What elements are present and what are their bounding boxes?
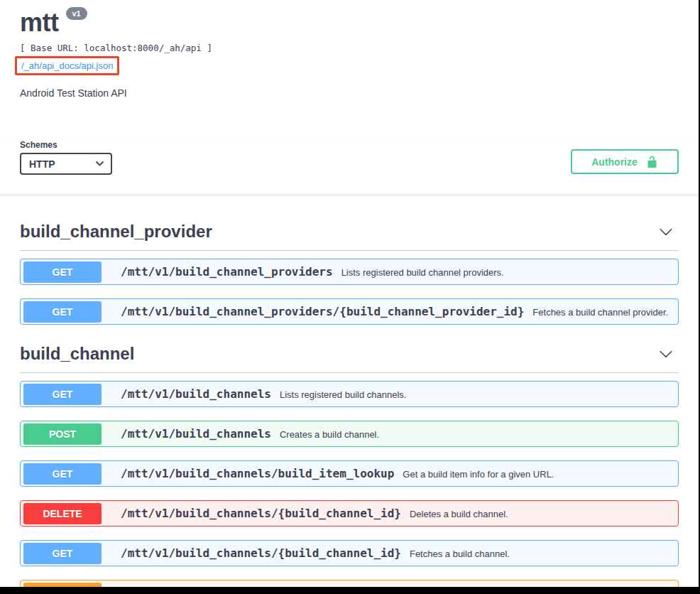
scheme-selected-value: HTTP <box>29 158 55 170</box>
http-method-badge: GET <box>23 543 102 564</box>
endpoint-summary: Fetches a build channel. <box>410 549 510 559</box>
endpoint-summary: Creates a build channel. <box>280 429 379 440</box>
endpoint-path: /mtt/v1/build_channels/{build_channel_id… <box>121 586 401 594</box>
section-title: build_channel_provider <box>20 222 212 242</box>
endpoint-row[interactable]: PUT /mtt/v1/build_channels/{build_channe… <box>20 580 679 594</box>
endpoint-path: /mtt/v1/build_channel_providers <box>121 265 333 279</box>
endpoint-summary: Lists registered build channels. <box>280 389 407 400</box>
section-title: build_channel <box>20 344 134 364</box>
endpoint-row[interactable]: GET /mtt/v1/build_channels/{build_channe… <box>20 540 679 566</box>
endpoint-path: /mtt/v1/build_channels/{build_channel_id… <box>121 546 401 560</box>
schemes-label: Schemes <box>20 140 112 150</box>
endpoint-row[interactable]: GET /mtt/v1/build_channel_providers/{bui… <box>20 298 679 325</box>
http-method-badge: DELETE <box>23 503 102 524</box>
endpoint-row[interactable]: GET /mtt/v1/build_channel_providers List… <box>20 259 679 285</box>
annotation-highlight-box: /_ah/api_docs/api.json <box>15 56 119 75</box>
endpoint-summary: Get a build item info for a given URL. <box>403 469 554 480</box>
endpoint-rows: GET /mtt/v1/build_channel_providers List… <box>20 259 679 325</box>
http-method-badge: GET <box>23 261 102 283</box>
endpoint-summary: Updates an existing build channel. <box>410 588 550 594</box>
endpoint-path: /mtt/v1/build_channels/{build_channel_id… <box>121 507 401 520</box>
endpoint-row[interactable]: GET /mtt/v1/build_channels/build_item_lo… <box>20 460 679 487</box>
schemes-group: Schemes HTTP <box>20 140 112 175</box>
http-method-badge: POST <box>23 423 102 445</box>
authorize-label: Authorize <box>591 156 638 168</box>
endpoint-row[interactable]: POST /mtt/v1/build_channels Creates a bu… <box>20 421 679 447</box>
authorize-button[interactable]: Authorize <box>571 149 679 174</box>
chevron-down-icon <box>96 161 104 166</box>
chevron-down-icon[interactable] <box>659 225 679 239</box>
endpoint-summary: Deletes a build channel. <box>410 509 508 519</box>
endpoint-summary: Fetches a build channel provider. <box>532 307 668 318</box>
unlock-icon <box>646 156 658 168</box>
api-title-row: mtt v1 <box>20 10 679 36</box>
api-section: build_channel_provider GET /mtt/v1/build… <box>20 216 679 325</box>
api-title: mtt <box>20 10 59 36</box>
section-toggle-build_channel[interactable]: build_channel <box>20 338 679 373</box>
api-section: build_channel GET /mtt/v1/build_channels… <box>20 338 679 594</box>
http-method-badge: GET <box>23 301 102 323</box>
endpoint-rows: GET /mtt/v1/build_channels Lists registe… <box>20 381 679 594</box>
endpoint-path: /mtt/v1/build_channels/build_item_lookup <box>121 467 394 480</box>
endpoint-path: /mtt/v1/build_channels <box>121 427 271 441</box>
endpoint-path: /mtt/v1/build_channel_providers/{build_c… <box>121 305 524 318</box>
swagger-ui-page: mtt v1 [ Base URL: localhost:8000/_ah/ap… <box>0 0 700 594</box>
operations-container: build_channel_provider GET /mtt/v1/build… <box>0 195 699 594</box>
spec-json-link[interactable]: /_ah/api_docs/api.json <box>21 60 113 71</box>
api-description: Android Test Station API <box>20 87 679 99</box>
scheme-container: Schemes HTTP Authorize <box>0 140 699 195</box>
chevron-down-icon[interactable] <box>659 347 679 361</box>
api-info-block: mtt v1 [ Base URL: localhost:8000/_ah/ap… <box>0 0 699 99</box>
http-method-badge: GET <box>23 384 102 405</box>
http-method-badge: PUT <box>23 583 102 594</box>
version-badge: v1 <box>66 7 87 20</box>
endpoint-path: /mtt/v1/build_channels <box>121 387 271 401</box>
http-method-badge: GET <box>23 463 102 485</box>
endpoint-row[interactable]: DELETE /mtt/v1/build_channels/{build_cha… <box>20 500 679 526</box>
section-toggle-build_channel_provider[interactable]: build_channel_provider <box>20 216 679 251</box>
base-url: [ Base URL: localhost:8000/_ah/api ] <box>20 43 679 53</box>
scheme-select[interactable]: HTTP <box>20 153 112 175</box>
endpoint-summary: Lists registered build channel providers… <box>341 267 504 278</box>
endpoint-row[interactable]: GET /mtt/v1/build_channels Lists registe… <box>20 381 679 407</box>
